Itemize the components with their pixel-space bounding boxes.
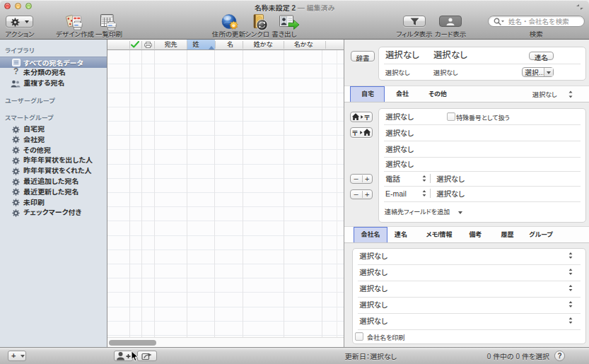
svg-text:〒: 〒 [364,112,370,122]
svg-text:〒: 〒 [352,128,358,137]
